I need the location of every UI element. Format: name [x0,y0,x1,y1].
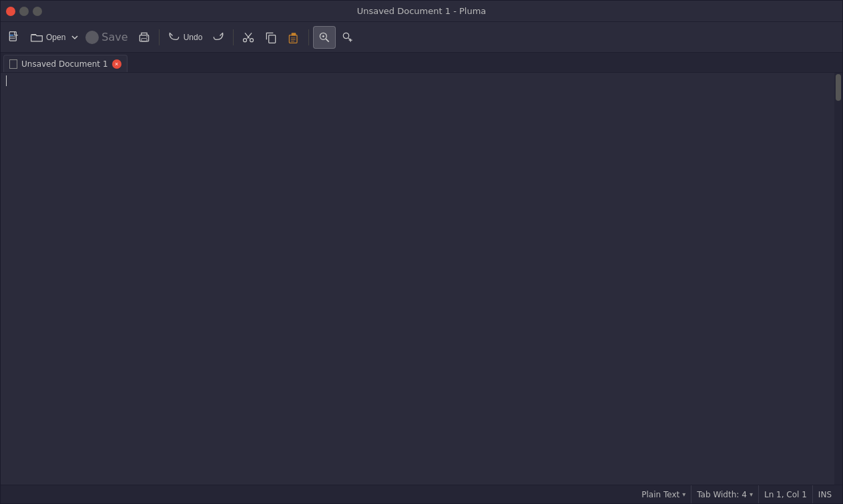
tab-close-button[interactable]: × [112,59,121,69]
tab-width-label: Tab Width: [697,490,739,499]
svg-line-17 [326,39,329,42]
cut-icon [242,31,255,44]
redo-icon [212,31,225,44]
scrollbar[interactable] [834,73,842,485]
find-button[interactable] [313,26,336,49]
new-button[interactable] [3,26,25,49]
svg-rect-11 [290,35,298,43]
statusbar: Plain Text ▾ Tab Width: 4 ▾ Ln 1, Col 1 … [1,485,842,503]
insert-mode[interactable]: INS [812,485,837,503]
tabbar: Unsaved Document 1 × [1,53,842,73]
save-icon [85,31,99,44]
redo-button[interactable] [208,26,229,49]
language-selector[interactable]: Plain Text ▾ [636,485,691,503]
main-window: × Unsaved Document 1 - Pluma [0,0,843,504]
copy-button[interactable] [260,26,282,49]
titlebar: × Unsaved Document 1 - Pluma [1,1,842,22]
position-label: Ln 1, Col 1 [764,490,807,499]
tab-width-selector[interactable]: Tab Width: 4 ▾ [691,485,758,503]
document-tab[interactable]: Unsaved Document 1 × [3,55,127,72]
open-icon [30,31,43,44]
encoding-label: INS [818,490,832,499]
undo-icon [168,31,181,44]
titlebar-buttons: × [6,7,42,16]
svg-point-8 [244,38,247,41]
window-title: Unsaved Document 1 - Pluma [357,6,487,16]
svg-rect-0 [9,31,16,40]
maximize-button[interactable] [33,7,42,16]
toolbar: Open Save [1,22,842,53]
undo-label: Undo [184,33,203,42]
replace-button[interactable] [337,26,358,49]
paste-button[interactable] [283,26,304,49]
scrollbar-thumb[interactable] [836,74,841,101]
svg-rect-6 [141,38,146,41]
replace-icon [341,31,354,44]
copy-icon [264,31,278,44]
tab-width-value: 4 [742,490,747,499]
minimize-button[interactable] [19,7,29,16]
separator-1 [159,29,160,45]
editor-area[interactable] [1,73,842,485]
svg-point-9 [250,38,254,41]
cut-button[interactable] [238,26,259,49]
find-icon [318,31,331,44]
language-chevron-icon: ▾ [682,491,685,498]
text-cursor [6,75,7,86]
print-icon [137,31,151,44]
save-label: Save [101,31,127,43]
separator-2 [233,29,234,45]
svg-rect-10 [269,35,276,43]
save-container: Save [81,26,131,49]
new-icon [7,31,21,44]
document-tab-title: Unsaved Document 1 [21,59,108,69]
cursor-position: Ln 1, Col 1 [758,485,812,503]
open-group: Open [26,26,80,49]
print-button[interactable] [133,26,155,49]
close-button[interactable]: × [6,7,15,16]
paste-icon [287,31,300,44]
undo-button[interactable]: Undo [164,26,207,49]
open-dropdown-button[interactable] [69,26,80,49]
language-label: Plain Text [641,490,679,499]
separator-3 [308,29,309,45]
open-dropdown-icon [71,33,79,41]
document-tab-icon [9,59,17,69]
open-label: Open [46,33,65,42]
tab-width-chevron-icon: ▾ [750,491,753,498]
svg-point-20 [344,33,349,38]
svg-rect-12 [292,33,296,35]
open-button[interactable]: Open [26,26,69,49]
svg-point-7 [146,36,148,37]
